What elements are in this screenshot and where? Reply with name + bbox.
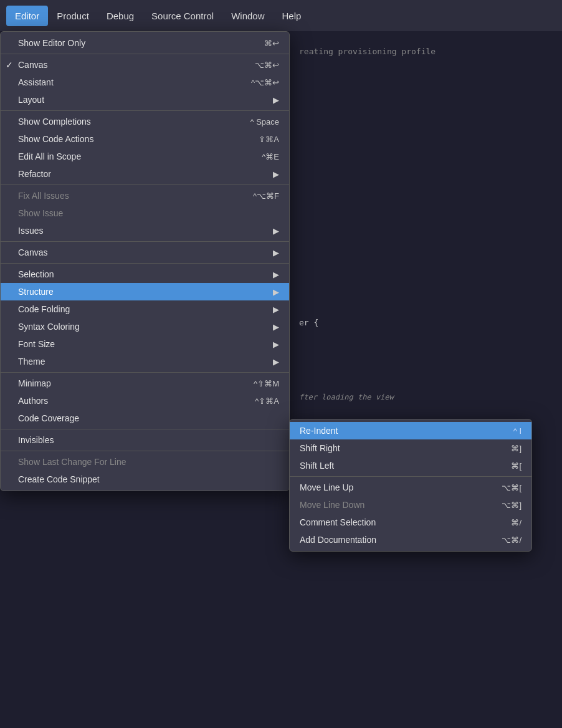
- menu-item-code-folding[interactable]: Code Folding ▶: [1, 300, 289, 318]
- submenu-item-re-indent[interactable]: Re-Indent ^ I: [290, 422, 531, 439]
- submenu-arrow-icon: ▶: [273, 170, 279, 179]
- menu-label: Fix All Issues: [18, 191, 69, 201]
- menubar-item-window[interactable]: Window: [222, 6, 273, 26]
- menu-shortcut: ⌘[: [511, 461, 522, 471]
- editor-code-2: fter loading the view: [299, 393, 394, 401]
- menubar-item-source-control[interactable]: Source Control: [143, 6, 222, 26]
- menu-item-edit-all-in-scope[interactable]: Edit All in Scope ^⌘E: [1, 148, 289, 165]
- menu-item-structure[interactable]: Structure ▶: [1, 283, 289, 300]
- menu-label: Show Editor Only: [18, 38, 85, 48]
- menu-item-authors[interactable]: Authors ^⇧⌘A: [1, 392, 289, 410]
- menu-item-assistant[interactable]: Assistant ^⌥⌘↩: [1, 74, 289, 91]
- menu-label: Code Coverage: [18, 413, 79, 423]
- submenu-item-shift-left[interactable]: Shift Left ⌘[: [290, 457, 531, 474]
- menu-label: Show Completions: [18, 117, 91, 127]
- submenu-arrow-icon: ▶: [273, 270, 279, 279]
- menu-label: Re-Indent: [300, 426, 338, 436]
- menu-label: Layout: [18, 95, 44, 105]
- separator-3: [1, 184, 289, 185]
- menu-item-show-completions[interactable]: Show Completions ^ Space: [1, 113, 289, 130]
- menubar-item-product[interactable]: Product: [48, 6, 98, 26]
- menubar-item-help[interactable]: Help: [274, 6, 310, 26]
- separator-5: [1, 263, 289, 264]
- submenu-item-move-line-down: Move Line Down ⌥⌘]: [290, 496, 531, 514]
- separator-1: [1, 54, 289, 54]
- submenu-arrow-icon: ▶: [273, 248, 279, 257]
- menu-item-selection[interactable]: Selection ▶: [1, 266, 289, 283]
- menu-label: Add Documentation: [300, 535, 376, 545]
- menu-label: Assistant: [18, 77, 54, 87]
- menu-item-canvas2[interactable]: Canvas ▶: [1, 244, 289, 261]
- menu-item-show-issue: Show Issue: [1, 204, 289, 222]
- menu-shortcut: ^⌥⌘F: [253, 191, 279, 201]
- submenu-arrow-icon: ▶: [273, 322, 279, 332]
- menu-shortcut: ⌥⌘[: [502, 483, 522, 492]
- menu-label: Theme: [18, 357, 45, 366]
- menu-label: Selection: [18, 269, 54, 279]
- menu-item-fix-all-issues: Fix All Issues ^⌥⌘F: [1, 187, 289, 204]
- menu-item-invisibles[interactable]: Invisibles: [1, 431, 289, 449]
- menu-label: Syntax Coloring: [18, 322, 80, 332]
- submenu-arrow-icon: ▶: [273, 95, 279, 105]
- menu-shortcut: ⌥⌘]: [502, 501, 522, 510]
- menubar-item-editor[interactable]: Editor: [6, 6, 48, 26]
- menu-label: Authors: [18, 396, 48, 406]
- editor-text-1: reating provisioning profile: [299, 47, 436, 56]
- menu-item-code-coverage[interactable]: Code Coverage: [1, 410, 289, 427]
- menu-item-show-code-actions[interactable]: Show Code Actions ⇧⌘A: [1, 130, 289, 148]
- menubar: Editor Product Debug Source Control Wind…: [0, 0, 562, 31]
- submenu-arrow-icon: ▶: [273, 340, 279, 349]
- menu-item-theme[interactable]: Theme ▶: [1, 353, 289, 370]
- menu-item-refactor[interactable]: Refactor ▶: [1, 165, 289, 183]
- menu-shortcut: ⌘↩: [264, 39, 279, 48]
- editor-code-1: er {: [299, 318, 318, 327]
- menu-item-show-editor-only[interactable]: Show Editor Only ⌘↩: [1, 34, 289, 52]
- submenu-arrow-icon: ▶: [273, 305, 279, 314]
- menu-item-show-last-change: Show Last Change For Line: [1, 453, 289, 471]
- menu-label: Invisibles: [18, 435, 54, 445]
- submenu-separator-1: [290, 476, 531, 477]
- separator-4: [1, 241, 289, 242]
- menu-shortcut: ⇧⌘A: [259, 135, 279, 144]
- submenu-arrow-icon: ▶: [273, 357, 279, 366]
- submenu-item-add-documentation[interactable]: Add Documentation ⌥⌘/: [290, 531, 531, 548]
- menu-label: Code Folding: [18, 304, 70, 314]
- menu-shortcut: ^⌘E: [262, 152, 279, 161]
- submenu-arrow-icon: ▶: [273, 226, 279, 236]
- menu-item-font-size[interactable]: Font Size ▶: [1, 335, 289, 353]
- menu-label: Show Code Actions: [18, 134, 93, 144]
- menu-shortcut: ^⇧⌘M: [254, 379, 279, 388]
- menu-label: Shift Right: [300, 443, 340, 453]
- editor-menu: Show Editor Only ⌘↩ ✓ Canvas ⌥⌘↩ Assista…: [0, 31, 290, 491]
- separator-2: [1, 110, 289, 111]
- menu-item-minimap[interactable]: Minimap ^⇧⌘M: [1, 375, 289, 392]
- menu-shortcut: ^⌥⌘↩: [251, 78, 279, 87]
- menu-shortcut: ^⇧⌘A: [255, 396, 279, 406]
- menu-label: Move Line Down: [300, 500, 364, 510]
- menu-item-syntax-coloring[interactable]: Syntax Coloring ▶: [1, 318, 289, 335]
- submenu-item-shift-right[interactable]: Shift Right ⌘]: [290, 439, 531, 457]
- separator-8: [1, 451, 289, 451]
- menu-label: Edit All in Scope: [18, 151, 81, 161]
- menu-shortcut: ^ Space: [250, 117, 279, 127]
- menu-label: Issues: [18, 226, 43, 236]
- menu-shortcut: ⌘]: [511, 444, 522, 453]
- menu-label: Show Last Change For Line: [18, 457, 126, 467]
- menu-item-create-code-snippet[interactable]: Create Code Snippet: [1, 471, 289, 488]
- menu-label: Comment Selection: [300, 517, 376, 527]
- menubar-item-debug[interactable]: Debug: [98, 6, 143, 26]
- submenu-arrow-icon: ▶: [273, 287, 279, 297]
- menu-item-layout[interactable]: Layout ▶: [1, 91, 289, 108]
- menu-shortcut: ⌥⌘↩: [255, 60, 279, 70]
- separator-6: [1, 372, 289, 373]
- menu-shortcut: ⌥⌘/: [502, 535, 522, 545]
- menu-label: Minimap: [18, 378, 51, 388]
- menu-label: Create Code Snippet: [18, 474, 100, 484]
- checkmark-icon: ✓: [6, 60, 13, 70]
- menu-item-canvas[interactable]: ✓ Canvas ⌥⌘↩: [1, 56, 289, 74]
- submenu-item-move-line-up[interactable]: Move Line Up ⌥⌘[: [290, 479, 531, 496]
- menu-shortcut: ⌘/: [511, 518, 522, 527]
- menu-label: Canvas: [18, 60, 47, 70]
- menu-item-issues[interactable]: Issues ▶: [1, 222, 289, 239]
- submenu-item-comment-selection[interactable]: Comment Selection ⌘/: [290, 514, 531, 531]
